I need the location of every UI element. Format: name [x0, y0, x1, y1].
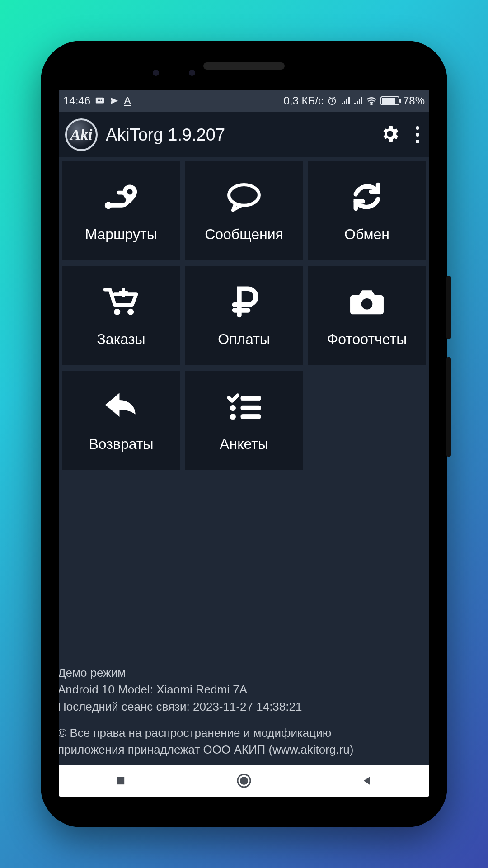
alarm-icon [327, 96, 337, 106]
footer-device: Android 10 Model: Xiaomi Redmi 7A [59, 681, 426, 698]
app-logo[interactable]: Aki [65, 118, 98, 151]
svg-point-22 [240, 777, 248, 785]
phone-sensor [153, 70, 159, 76]
footer-copyright-2: приложения принадлежат ООО АКИП (www.aki… [59, 741, 426, 759]
overflow-menu-button[interactable] [416, 126, 419, 143]
svg-point-8 [127, 189, 132, 194]
send-icon [109, 96, 119, 106]
svg-point-3 [101, 100, 102, 101]
chat-icon [224, 179, 264, 216]
footer-mode: Демо режим [59, 665, 426, 682]
wifi-icon [366, 96, 377, 105]
status-time: 14:46 [63, 94, 90, 107]
tile-exchange[interactable]: Обмен [308, 161, 426, 260]
signal-icon [341, 96, 350, 105]
svg-point-10 [114, 308, 120, 315]
footer-last-sync: Последний сеанс связи: 2023-11-27 14:38:… [59, 698, 426, 716]
nav-home-button[interactable] [203, 773, 285, 789]
tile-label: Анкеты [220, 436, 268, 453]
tile-label: Сообщения [205, 226, 283, 243]
svg-rect-19 [241, 414, 261, 419]
tile-returns[interactable]: Возвраты [62, 371, 180, 470]
svg-point-5 [371, 104, 372, 105]
tile-payments[interactable]: Оплаты [185, 266, 303, 365]
nav-recent-button[interactable] [80, 774, 161, 787]
phone-side-button [446, 357, 451, 457]
svg-point-16 [230, 414, 235, 419]
tile-label: Оплаты [218, 331, 270, 348]
checklist-icon [224, 389, 264, 426]
tile-grid: Маршруты Сообщения Обмен [62, 161, 426, 470]
undo-icon [101, 389, 141, 426]
svg-point-9 [229, 184, 259, 205]
svg-point-15 [230, 405, 235, 410]
tile-photoreports[interactable]: Фотоотчеты [308, 266, 426, 365]
battery-icon [380, 96, 399, 105]
svg-point-14 [361, 298, 373, 309]
signal-icon [353, 96, 362, 105]
route-icon [101, 179, 141, 216]
app-title: AkiTorg 1.9.207 [106, 125, 371, 145]
sync-icon [347, 179, 387, 216]
footer-copyright-1: © Все права на распространение и модифик… [59, 725, 426, 742]
svg-rect-18 [241, 406, 261, 410]
svg-rect-13 [119, 291, 128, 294]
svg-point-11 [127, 308, 134, 315]
nav-back-button[interactable] [327, 774, 408, 787]
tile-messages[interactable]: Сообщения [185, 161, 303, 260]
screen: 14:46 A 0,3 КБ/с [59, 90, 429, 797]
status-bar: 14:46 A 0,3 КБ/с [59, 90, 429, 112]
footer-info: Демо режим Android 10 Model: Xiaomi Redm… [59, 665, 426, 761]
android-nav-bar [59, 765, 429, 797]
svg-rect-17 [241, 396, 261, 401]
tile-label: Заказы [97, 331, 145, 348]
phone-frame: 14:46 A 0,3 КБ/с [41, 41, 447, 827]
app-bar: Aki AkiTorg 1.9.207 [59, 112, 429, 157]
sms-icon [95, 96, 105, 106]
tile-surveys[interactable]: Анкеты [185, 371, 303, 470]
tile-label: Обмен [344, 226, 389, 243]
status-net-speed: 0,3 КБ/с [284, 94, 324, 107]
svg-rect-20 [117, 777, 124, 784]
tile-label: Маршруты [85, 226, 157, 243]
svg-point-2 [99, 100, 101, 101]
settings-button[interactable] [380, 123, 400, 146]
phone-side-button [446, 276, 451, 339]
status-battery-pct: 78% [403, 94, 425, 107]
main-content: Маршруты Сообщения Обмен [59, 157, 429, 765]
tile-label: Возвраты [89, 436, 154, 453]
ruble-icon [224, 284, 264, 321]
tile-orders[interactable]: Заказы [62, 266, 180, 365]
cart-plus-icon [101, 284, 141, 321]
tile-label: Фотоотчеты [327, 331, 407, 348]
phone-speaker [203, 62, 285, 70]
status-text-icon: A [124, 94, 131, 107]
camera-icon [347, 284, 387, 321]
tile-routes[interactable]: Маршруты [62, 161, 180, 260]
svg-point-1 [98, 100, 99, 101]
phone-sensor [189, 70, 195, 76]
